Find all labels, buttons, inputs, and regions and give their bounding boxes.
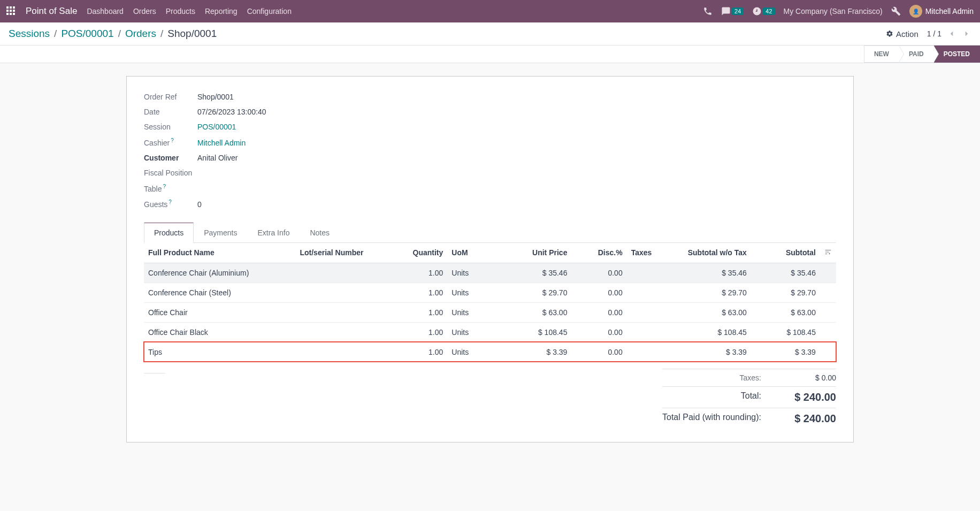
nav-orders[interactable]: Orders (133, 7, 156, 16)
statusbar: NEW PAID POSTED (0, 45, 980, 63)
settings-icon (824, 248, 832, 256)
col-lot: Lot/serial Number (295, 242, 392, 263)
cell-taxes (627, 342, 668, 362)
pager-next-icon[interactable] (962, 29, 971, 39)
help-icon[interactable]: ? (171, 138, 174, 143)
cell-taxes (627, 263, 668, 283)
cell-name: Tips (144, 342, 295, 362)
cell-disc: 0.00 (571, 283, 626, 302)
help-icon[interactable]: ? (163, 184, 166, 189)
cell-uom: Units (447, 263, 495, 283)
col-price: Unit Price (496, 242, 572, 263)
nav-dashboard[interactable]: Dashboard (87, 7, 124, 16)
value-guests: 0 (197, 200, 202, 209)
breadcrumb-orders[interactable]: Orders (125, 28, 156, 40)
apps-icon[interactable] (6, 6, 16, 16)
cell-subtotal: $ 63.00 (751, 302, 820, 322)
cell-subtotal-wo: $ 63.00 (668, 302, 751, 322)
table-row[interactable]: Conference Chair (Steel)1.00Units$ 29.70… (144, 283, 836, 302)
breadcrumb: Sessions / POS/00001 / Orders / Shop/000… (9, 28, 217, 40)
action-button[interactable]: Action (886, 29, 918, 39)
cell-subtotal-wo: $ 108.45 (668, 322, 751, 342)
cell-qty: 1.00 (392, 322, 447, 342)
col-uom: UoM (447, 242, 495, 263)
cell-subtotal-wo: $ 35.46 (668, 263, 751, 283)
cell-disc: 0.00 (571, 302, 626, 322)
cell-qty: 1.00 (392, 342, 447, 362)
col-qty: Quantity (392, 242, 447, 263)
col-taxes: Taxes (627, 242, 668, 263)
tab-payments[interactable]: Payments (194, 223, 247, 242)
totals: Taxes: $ 0.00 Total: $ 240.00 Total Paid… (662, 369, 836, 429)
voip-icon[interactable] (703, 6, 713, 16)
gear-icon (886, 30, 893, 37)
label-cashier: Cashier? (144, 138, 197, 147)
nav-products[interactable]: Products (166, 7, 195, 16)
cell-qty: 1.00 (392, 283, 447, 302)
cell-subtotal: $ 3.39 (751, 342, 820, 362)
cell-name: Office Chair Black (144, 322, 295, 342)
table-row[interactable]: Office Chair1.00Units$ 63.000.00$ 63.00$… (144, 302, 836, 322)
col-options[interactable] (820, 242, 836, 263)
status-posted[interactable]: POSTED (934, 45, 980, 63)
paid-label: Total Paid (with rounding): (662, 413, 761, 425)
value-session[interactable]: POS/00001 (197, 123, 236, 131)
breadcrumb-sessions[interactable]: Sessions (9, 28, 50, 40)
value-date: 07/26/2023 13:00:40 (197, 108, 266, 116)
messages-icon[interactable]: 24 (721, 6, 744, 16)
cell-price: $ 108.45 (496, 322, 572, 342)
label-table: Table? (144, 184, 197, 193)
cell-taxes (627, 302, 668, 322)
help-icon[interactable]: ? (169, 199, 172, 205)
status-paid[interactable]: PAID (899, 45, 934, 63)
cell-uom: Units (447, 302, 495, 322)
cell-subtotal: $ 35.46 (751, 263, 820, 283)
tabs: Products Payments Extra Info Notes (144, 223, 836, 243)
user-menu[interactable]: 👤 Mitchell Admin (909, 5, 974, 18)
cell-name: Office Chair (144, 302, 295, 322)
breadcrumb-pos[interactable]: POS/00001 (61, 28, 113, 40)
cell-uom: Units (447, 283, 495, 302)
total-label: Total: (741, 391, 761, 403)
value-customer: Anital Oliver (197, 154, 238, 162)
tab-products[interactable]: Products (144, 223, 194, 243)
cell-subtotal: $ 108.45 (751, 322, 820, 342)
cell-disc: 0.00 (571, 263, 626, 283)
order-lines-table: Full Product Name Lot/serial Number Quan… (144, 242, 836, 362)
cell-subtotal-wo: $ 3.39 (668, 342, 751, 362)
tab-extra-info[interactable]: Extra Info (248, 223, 300, 242)
tab-notes[interactable]: Notes (300, 223, 340, 242)
cell-name: Conference Chair (Aluminium) (144, 263, 295, 283)
label-guests: Guests? (144, 199, 197, 209)
label-fiscal: Fiscal Position (144, 169, 197, 177)
cell-subtotal: $ 29.70 (751, 283, 820, 302)
activities-icon[interactable]: 42 (752, 6, 775, 16)
col-subtotal: Subtotal (751, 242, 820, 263)
cell-price: $ 3.39 (496, 342, 572, 362)
taxes-value: $ 0.00 (793, 373, 836, 382)
messages-badge: 24 (732, 7, 744, 15)
col-subtotal-wo: Subtotal w/o Tax (668, 242, 751, 263)
cell-taxes (627, 322, 668, 342)
table-row[interactable]: Tips1.00Units$ 3.390.00$ 3.39$ 3.39 (144, 342, 836, 362)
table-row[interactable]: Office Chair Black1.00Units$ 108.450.00$… (144, 322, 836, 342)
avatar: 👤 (909, 5, 922, 18)
cell-qty: 1.00 (392, 302, 447, 322)
form-sheet: Order Ref Shop/0001 Date 07/26/2023 13:0… (126, 76, 854, 443)
cell-name: Conference Chair (Steel) (144, 283, 295, 302)
cell-lot (295, 302, 392, 322)
nav-reporting[interactable]: Reporting (205, 7, 238, 16)
pager-prev-icon[interactable] (947, 29, 956, 39)
cell-lot (295, 263, 392, 283)
debug-icon[interactable] (891, 6, 901, 16)
cell-price: $ 35.46 (496, 263, 572, 283)
username-label: Mitchell Admin (925, 7, 974, 16)
value-cashier[interactable]: Mitchell Admin (197, 139, 246, 147)
note-input[interactable] (144, 369, 165, 373)
paid-value: $ 240.00 (793, 413, 836, 425)
breadcrumb-current: Shop/0001 (167, 28, 217, 40)
nav-configuration[interactable]: Configuration (247, 7, 292, 16)
table-row[interactable]: Conference Chair (Aluminium)1.00Units$ 3… (144, 263, 836, 283)
company-switcher[interactable]: My Company (San Francisco) (784, 7, 883, 16)
status-new[interactable]: NEW (864, 45, 899, 63)
